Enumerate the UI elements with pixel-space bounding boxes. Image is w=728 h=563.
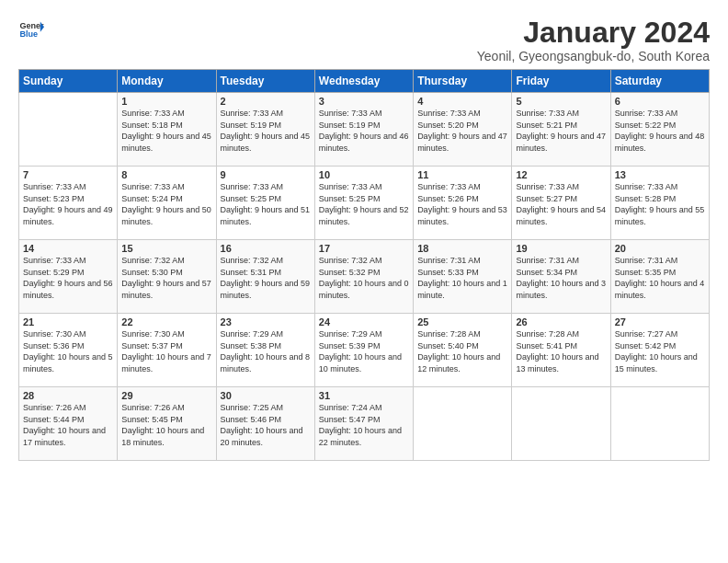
day-number: 19	[516, 243, 606, 254]
day-cell: 7 Sunrise: 7:33 AMSunset: 5:23 PMDayligh…	[19, 167, 118, 240]
day-info: Sunrise: 7:30 AMSunset: 5:37 PMDaylight:…	[121, 329, 211, 373]
day-number: 18	[417, 243, 507, 254]
day-number: 15	[121, 243, 211, 254]
day-info: Sunrise: 7:29 AMSunset: 5:38 PMDaylight:…	[221, 329, 311, 373]
day-cell: 15 Sunrise: 7:32 AMSunset: 5:30 PMDaylig…	[118, 240, 216, 314]
day-cell: 26 Sunrise: 7:28 AMSunset: 5:41 PMDaylig…	[512, 314, 610, 387]
day-info: Sunrise: 7:30 AMSunset: 5:36 PMDaylight:…	[23, 329, 113, 373]
day-cell: 21 Sunrise: 7:30 AMSunset: 5:36 PMDaylig…	[19, 314, 118, 387]
day-cell: 12 Sunrise: 7:33 AMSunset: 5:27 PMDaylig…	[512, 167, 610, 240]
day-number: 1	[121, 96, 211, 107]
day-cell: 9 Sunrise: 7:33 AMSunset: 5:25 PMDayligh…	[216, 167, 314, 240]
day-info: Sunrise: 7:33 AMSunset: 5:25 PMDaylight:…	[319, 182, 409, 226]
day-info: Sunrise: 7:33 AMSunset: 5:24 PMDaylight:…	[121, 182, 211, 226]
col-thursday: Thursday	[414, 70, 512, 93]
day-info: Sunrise: 7:33 AMSunset: 5:20 PMDaylight:…	[417, 109, 507, 153]
day-number: 5	[516, 96, 606, 107]
day-number: 9	[221, 169, 311, 180]
day-info: Sunrise: 7:31 AMSunset: 5:34 PMDaylight:…	[516, 256, 606, 300]
day-info: Sunrise: 7:32 AMSunset: 5:30 PMDaylight:…	[121, 256, 211, 300]
day-number: 4	[417, 96, 507, 107]
day-cell: 28 Sunrise: 7:26 AMSunset: 5:44 PMDaylig…	[19, 387, 118, 461]
day-info: Sunrise: 7:33 AMSunset: 5:23 PMDaylight:…	[23, 182, 113, 226]
col-wednesday: Wednesday	[314, 70, 413, 93]
day-cell	[512, 387, 610, 461]
day-number: 27	[615, 316, 705, 327]
day-info: Sunrise: 7:27 AMSunset: 5:42 PMDaylight:…	[615, 329, 698, 373]
day-number: 8	[121, 169, 211, 180]
col-friday: Friday	[512, 70, 610, 93]
day-info: Sunrise: 7:28 AMSunset: 5:41 PMDaylight:…	[516, 329, 598, 373]
day-number: 21	[23, 316, 113, 327]
day-cell: 10 Sunrise: 7:33 AMSunset: 5:25 PMDaylig…	[314, 167, 413, 240]
day-cell: 4 Sunrise: 7:33 AMSunset: 5:20 PMDayligh…	[414, 93, 512, 167]
day-cell: 16 Sunrise: 7:32 AMSunset: 5:31 PMDaylig…	[216, 240, 314, 314]
day-cell	[19, 93, 118, 167]
subtitle: Yeonil, Gyeongsangbuk-do, South Korea	[477, 49, 710, 63]
logo-icon: General Blue	[18, 17, 44, 42]
day-number: 24	[319, 316, 409, 327]
title-block: January 2024 Yeonil, Gyeongsangbuk-do, S…	[477, 17, 710, 63]
day-cell: 5 Sunrise: 7:33 AMSunset: 5:21 PMDayligh…	[512, 93, 610, 167]
day-cell: 11 Sunrise: 7:33 AMSunset: 5:26 PMDaylig…	[414, 167, 512, 240]
col-monday: Monday	[118, 70, 216, 93]
day-cell: 23 Sunrise: 7:29 AMSunset: 5:38 PMDaylig…	[216, 314, 314, 387]
day-number: 25	[417, 316, 507, 327]
day-info: Sunrise: 7:33 AMSunset: 5:27 PMDaylight:…	[516, 182, 606, 226]
day-cell	[414, 387, 512, 461]
day-info: Sunrise: 7:25 AMSunset: 5:46 PMDaylight:…	[221, 403, 303, 447]
day-info: Sunrise: 7:33 AMSunset: 5:28 PMDaylight:…	[615, 182, 705, 226]
day-cell: 19 Sunrise: 7:31 AMSunset: 5:34 PMDaylig…	[512, 240, 610, 314]
day-cell: 18 Sunrise: 7:31 AMSunset: 5:33 PMDaylig…	[414, 240, 512, 314]
day-cell: 3 Sunrise: 7:33 AMSunset: 5:19 PMDayligh…	[314, 93, 413, 167]
day-cell: 31 Sunrise: 7:24 AMSunset: 5:47 PMDaylig…	[314, 387, 413, 461]
col-saturday: Saturday	[610, 70, 709, 93]
day-info: Sunrise: 7:26 AMSunset: 5:45 PMDaylight:…	[121, 403, 204, 447]
day-number: 13	[615, 169, 705, 180]
calendar-table: Sunday Monday Tuesday Wednesday Thursday…	[18, 69, 710, 461]
day-info: Sunrise: 7:24 AMSunset: 5:47 PMDaylight:…	[319, 403, 402, 447]
week-row-3: 21 Sunrise: 7:30 AMSunset: 5:36 PMDaylig…	[19, 314, 710, 387]
month-title: January 2024	[477, 17, 710, 49]
week-row-0: 1 Sunrise: 7:33 AMSunset: 5:18 PMDayligh…	[19, 93, 710, 167]
day-number: 11	[417, 169, 507, 180]
day-number: 14	[23, 243, 113, 254]
day-info: Sunrise: 7:31 AMSunset: 5:33 PMDaylight:…	[417, 256, 507, 300]
page: General Blue January 2024 Yeonil, Gyeong…	[0, 0, 728, 470]
day-info: Sunrise: 7:28 AMSunset: 5:40 PMDaylight:…	[417, 329, 500, 373]
col-sunday: Sunday	[19, 70, 118, 93]
day-cell: 29 Sunrise: 7:26 AMSunset: 5:45 PMDaylig…	[118, 387, 216, 461]
header-row: Sunday Monday Tuesday Wednesday Thursday…	[19, 70, 710, 93]
day-number: 12	[516, 169, 606, 180]
day-cell: 24 Sunrise: 7:29 AMSunset: 5:39 PMDaylig…	[314, 314, 413, 387]
day-info: Sunrise: 7:26 AMSunset: 5:44 PMDaylight:…	[23, 403, 106, 447]
day-number: 17	[319, 243, 409, 254]
day-number: 29	[121, 390, 211, 401]
day-info: Sunrise: 7:33 AMSunset: 5:19 PMDaylight:…	[221, 109, 311, 153]
week-row-4: 28 Sunrise: 7:26 AMSunset: 5:44 PMDaylig…	[19, 387, 710, 461]
day-info: Sunrise: 7:33 AMSunset: 5:25 PMDaylight:…	[221, 182, 311, 226]
day-number: 16	[221, 243, 311, 254]
day-number: 10	[319, 169, 409, 180]
day-number: 28	[23, 390, 113, 401]
day-cell: 25 Sunrise: 7:28 AMSunset: 5:40 PMDaylig…	[414, 314, 512, 387]
day-cell: 20 Sunrise: 7:31 AMSunset: 5:35 PMDaylig…	[610, 240, 709, 314]
day-cell: 30 Sunrise: 7:25 AMSunset: 5:46 PMDaylig…	[216, 387, 314, 461]
day-cell	[610, 387, 709, 461]
day-cell: 14 Sunrise: 7:33 AMSunset: 5:29 PMDaylig…	[19, 240, 118, 314]
day-number: 6	[615, 96, 705, 107]
day-info: Sunrise: 7:29 AMSunset: 5:39 PMDaylight:…	[319, 329, 402, 373]
col-tuesday: Tuesday	[216, 70, 314, 93]
day-number: 3	[319, 96, 409, 107]
day-info: Sunrise: 7:33 AMSunset: 5:26 PMDaylight:…	[417, 182, 507, 226]
day-cell: 2 Sunrise: 7:33 AMSunset: 5:19 PMDayligh…	[216, 93, 314, 167]
day-number: 22	[121, 316, 211, 327]
day-cell: 17 Sunrise: 7:32 AMSunset: 5:32 PMDaylig…	[314, 240, 413, 314]
day-info: Sunrise: 7:31 AMSunset: 5:35 PMDaylight:…	[615, 256, 705, 300]
day-cell: 13 Sunrise: 7:33 AMSunset: 5:28 PMDaylig…	[610, 167, 709, 240]
day-info: Sunrise: 7:33 AMSunset: 5:29 PMDaylight:…	[23, 256, 113, 300]
day-info: Sunrise: 7:33 AMSunset: 5:18 PMDaylight:…	[121, 109, 211, 153]
week-row-2: 14 Sunrise: 7:33 AMSunset: 5:29 PMDaylig…	[19, 240, 710, 314]
day-number: 20	[615, 243, 705, 254]
header: General Blue January 2024 Yeonil, Gyeong…	[18, 17, 710, 63]
